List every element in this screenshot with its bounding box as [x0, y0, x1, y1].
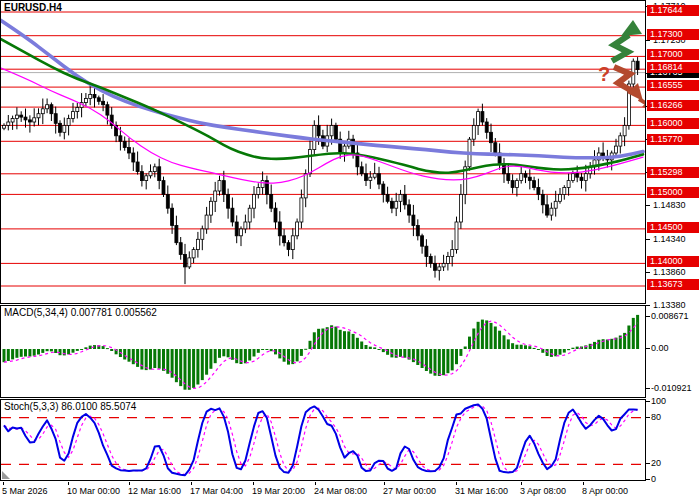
macd-axis-label: -0.010921 — [651, 383, 692, 394]
macd-bar — [515, 345, 518, 349]
candle-body — [50, 105, 53, 114]
macd-bar — [494, 327, 497, 350]
macd-bar — [498, 331, 501, 349]
candle-body — [257, 188, 260, 195]
candle-body — [11, 119, 14, 123]
candle-body — [41, 109, 44, 114]
price-level-label[interactable]: 1.17644 — [647, 5, 699, 16]
macd-bar — [403, 349, 406, 358]
ma-medium-line[interactable] — [1, 39, 643, 173]
macd-bar — [442, 349, 445, 375]
price-scale-label: 1.13380 — [653, 300, 686, 311]
macd-chart[interactable] — [1, 306, 645, 397]
candle-body — [76, 108, 79, 112]
stochastic-panel[interactable]: Stoch(5,3,3) 86.0100 85.5074 — [0, 399, 646, 481]
time-axis-tick — [253, 482, 254, 485]
macd-bar — [261, 349, 264, 350]
down-arrow-echo — [639, 99, 645, 104]
candle-body — [425, 246, 428, 256]
macd-bar — [451, 349, 454, 370]
macd-bar — [11, 349, 14, 359]
macd-bar — [304, 349, 307, 350]
candle-body — [580, 177, 583, 180]
price-level-label[interactable]: 1.16814 — [647, 62, 699, 73]
macd-bar — [503, 335, 506, 349]
candle-body — [520, 174, 523, 181]
candlestick-chart[interactable]: ? — [1, 1, 645, 303]
candle-body — [481, 112, 484, 122]
candle-body — [373, 174, 376, 178]
up-trend-arrow[interactable] — [612, 35, 629, 61]
price-panel[interactable]: ? EURUSD.H4 — [0, 0, 646, 304]
candle-body — [296, 222, 299, 236]
price-level-label[interactable]: 1.16555 — [647, 80, 699, 91]
macd-bar — [158, 349, 161, 369]
price-level-label[interactable]: 1.15000 — [647, 187, 699, 198]
price-level-label[interactable]: 1.15298 — [647, 167, 699, 178]
price-level-label[interactable]: 1.14000 — [647, 256, 699, 267]
time-axis[interactable]: 5 Mar 202610 Mar 00:0012 Mar 16:0017 Mar… — [0, 482, 700, 500]
macd-bar — [421, 349, 424, 368]
macd-axis-label: 0.008671 — [651, 311, 689, 322]
macd-bar — [481, 320, 484, 349]
candle-body — [334, 125, 337, 139]
macd-bar — [343, 331, 346, 349]
macd-bar — [196, 349, 199, 385]
candle-body — [403, 194, 406, 204]
macd-bar — [227, 349, 230, 357]
symbol-period-label: EURUSD.H4 — [4, 2, 62, 13]
price-level-label[interactable]: 1.13673 — [647, 279, 699, 290]
price-level-label[interactable]: 1.14500 — [647, 222, 699, 233]
macd-label: MACD(5,34,4) 0.007781 0.005562 — [4, 307, 157, 318]
macd-bar — [123, 349, 126, 360]
candle-body — [537, 188, 540, 195]
macd-axis-tick — [646, 348, 650, 349]
price-level-label[interactable]: 1.15770 — [647, 134, 699, 145]
candle-body — [446, 257, 449, 264]
candle-body — [382, 184, 385, 194]
candle-body — [59, 123, 62, 132]
macd-bar — [550, 349, 553, 357]
macd-bar — [524, 345, 527, 349]
macd-bar — [373, 347, 376, 349]
macd-bar — [84, 347, 87, 349]
price-axis[interactable]: 1.177101.172301.167501.162701.157901.153… — [646, 0, 700, 482]
macd-bar — [24, 349, 27, 357]
candle-body — [15, 115, 18, 118]
question-mark[interactable]: ? — [598, 63, 610, 85]
macd-bar — [192, 349, 195, 388]
candle-body — [507, 174, 510, 181]
macd-bar — [446, 349, 449, 373]
candle-body — [300, 198, 303, 222]
candle-body — [209, 201, 212, 215]
price-level-label[interactable]: 1.16266 — [647, 100, 699, 111]
price-level-label[interactable]: 1.16000 — [647, 118, 699, 129]
scroll-grip-icon[interactable] — [2, 471, 10, 479]
candle-body — [636, 61, 639, 69]
candle-body — [533, 181, 536, 188]
stochastic-chart[interactable] — [1, 400, 645, 480]
macd-bar — [347, 331, 350, 349]
macd-axis-tick — [646, 316, 650, 317]
macd-bar — [50, 349, 53, 351]
macd-bar — [15, 349, 18, 358]
candle-body — [378, 174, 381, 184]
price-level-label[interactable]: 1.17300 — [647, 29, 699, 40]
candle-body — [158, 167, 161, 181]
macd-panel[interactable]: MACD(5,34,4) 0.007781 0.005562 — [0, 305, 646, 398]
candle-body — [222, 181, 225, 195]
macd-bar — [321, 329, 324, 350]
candle-body — [524, 174, 527, 178]
candle-body — [37, 114, 40, 118]
macd-bar — [455, 349, 458, 364]
candle-body — [261, 181, 264, 188]
candle-body — [20, 115, 23, 117]
price-level-label[interactable]: 1.17000 — [647, 49, 699, 60]
candle-body — [309, 150, 312, 174]
macd-bar — [511, 343, 514, 349]
price-scale-label: 1.14340 — [653, 234, 686, 245]
macd-bar — [464, 347, 467, 350]
macd-bar — [54, 349, 57, 353]
candle-body — [7, 122, 10, 125]
candle-body — [33, 118, 36, 122]
